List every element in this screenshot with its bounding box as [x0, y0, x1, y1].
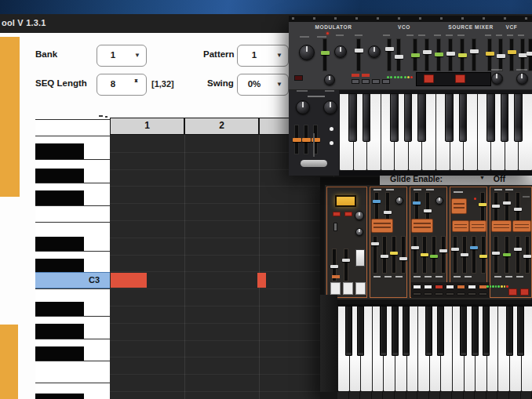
piano-black-key[interactable] — [35, 143, 84, 159]
micro-label — [516, 69, 527, 71]
power-button — [294, 75, 303, 81]
micro-label — [494, 189, 502, 190]
slider — [397, 39, 400, 71]
behringer-logo — [308, 96, 325, 97]
piano-white-key[interactable] — [35, 205, 110, 222]
slider — [449, 39, 452, 71]
micro-label — [384, 276, 392, 277]
micro-label — [496, 34, 502, 36]
slider — [499, 39, 502, 71]
micro-label — [465, 276, 472, 277]
micro-label — [297, 90, 308, 92]
piano-key-c3-highlight[interactable]: C3 — [35, 272, 110, 289]
status-led — [410, 76, 413, 78]
piano-black-key[interactable] — [35, 394, 84, 399]
small-button — [446, 285, 454, 289]
lcd-display — [335, 195, 356, 207]
orange-label-box — [452, 199, 466, 213]
clipped-text-remnant — [105, 116, 107, 118]
status-led — [390, 76, 392, 78]
micro-label — [457, 34, 465, 36]
status-led — [504, 285, 506, 288]
slider — [516, 237, 519, 273]
status-led — [404, 76, 406, 78]
paraphonic-led-button — [330, 141, 333, 145]
micro-label — [516, 276, 523, 277]
knob — [368, 45, 381, 58]
status-led — [387, 76, 389, 78]
knob — [334, 45, 347, 58]
red-pad — [424, 74, 434, 83]
red-pad — [455, 74, 465, 83]
slider — [482, 237, 485, 273]
piano-black-key[interactable] — [35, 324, 84, 339]
red-led — [474, 198, 476, 200]
orange-label-box — [470, 221, 486, 231]
micro-label — [325, 90, 334, 92]
micro-label — [454, 276, 461, 277]
knob — [323, 100, 337, 114]
sequence-note-C3[interactable] — [111, 273, 147, 288]
status-led — [407, 76, 410, 78]
step-header-1: 1 — [110, 118, 184, 135]
small-button — [479, 292, 487, 296]
micro-label — [446, 34, 453, 36]
knob — [299, 45, 315, 60]
piano-white-key[interactable] — [35, 119, 110, 136]
piano-black-key[interactable] — [35, 237, 84, 251]
slider — [437, 39, 440, 71]
micro-label — [414, 189, 421, 190]
red-marker — [362, 74, 370, 77]
transpose-key — [330, 282, 341, 295]
bender-slot — [313, 133, 315, 157]
piano-black-key[interactable] — [35, 190, 84, 205]
step-header-2: 2 — [184, 118, 259, 135]
micro-label — [523, 196, 530, 198]
micro-label — [518, 34, 524, 36]
piano-black-key[interactable] — [35, 259, 84, 273]
micro-label — [485, 34, 491, 36]
rocker-switch — [355, 249, 365, 267]
red-button — [333, 212, 341, 216]
orange-label-box — [372, 219, 392, 232]
micro-label — [300, 36, 309, 38]
piano-black-key[interactable] — [35, 169, 84, 183]
knob — [324, 74, 335, 85]
screen: ool V 1.3.1 Bank 1 ▼ Pattern 1 ▼ SEQ Len… — [0, 0, 532, 399]
slider — [454, 237, 457, 273]
small-button — [362, 79, 370, 84]
slider — [432, 237, 435, 273]
status-led — [394, 76, 396, 78]
mini-slider — [304, 125, 308, 154]
slider — [323, 39, 326, 71]
sequence-note-C3[interactable] — [257, 273, 266, 288]
slider — [494, 237, 497, 273]
slider — [414, 39, 417, 71]
micro-label — [426, 189, 434, 190]
micro-label — [505, 189, 513, 190]
status-led — [486, 285, 489, 288]
small-button — [457, 285, 465, 289]
red-led — [326, 32, 329, 34]
micro-label — [434, 34, 441, 36]
slider — [388, 39, 391, 71]
orange-label-box — [492, 221, 511, 231]
piano-black-key[interactable] — [35, 302, 84, 316]
slider — [392, 237, 395, 273]
piano-white-key[interactable] — [35, 361, 110, 383]
micro-label — [507, 34, 513, 36]
status-led — [501, 285, 503, 288]
red-button — [508, 288, 517, 296]
small-button — [352, 79, 359, 84]
slider — [402, 237, 405, 273]
orange-label-box — [412, 219, 432, 232]
synth-odyssey-window — [320, 177, 532, 399]
micro-label — [454, 191, 463, 193]
transpose-key — [343, 282, 353, 295]
slider — [488, 39, 491, 71]
red-button — [520, 288, 529, 296]
small-button — [413, 285, 421, 289]
piano-black-key[interactable] — [35, 346, 84, 361]
glide-led-button — [330, 127, 333, 131]
slider — [425, 39, 428, 71]
